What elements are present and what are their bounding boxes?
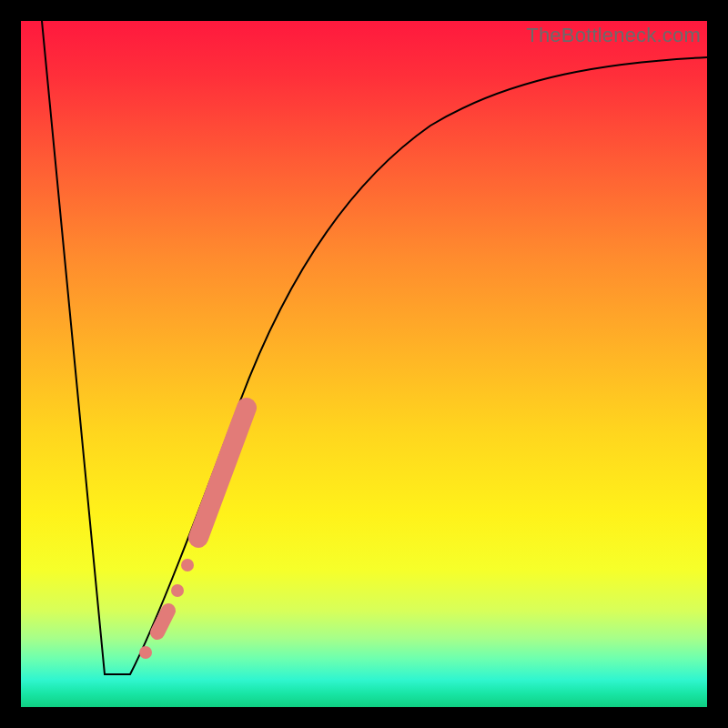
marker-dot-2 (171, 584, 184, 597)
marker-capsule-2 (198, 408, 247, 538)
chart-stage: TheBottleneck.com (0, 0, 728, 728)
marker-capsule-1 (157, 611, 168, 632)
curve-layer (21, 21, 707, 707)
marker-dot-1 (139, 646, 152, 659)
bottleneck-curve (42, 21, 707, 674)
plot-area (21, 21, 707, 707)
marker-dot-3 (181, 559, 194, 571)
